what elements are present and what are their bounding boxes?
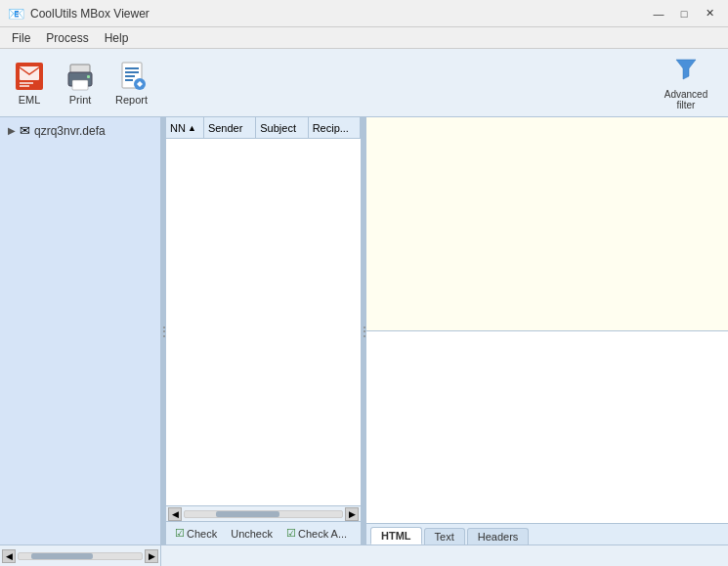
- preview-panel: HTML Text Headers: [366, 117, 728, 544]
- check-label: Check: [187, 528, 217, 540]
- scroll-track[interactable]: [184, 510, 343, 518]
- tree-expand-arrow: ▶: [8, 125, 16, 136]
- email-list-panel: NN ▲ Sender Subject Recip... ◀: [166, 117, 362, 544]
- main-row: ▶ ✉ qzrq3nvr.defa NN ▲ Sender Subject: [0, 117, 728, 544]
- file-tree-panel: ▶ ✉ qzrq3nvr.defa: [0, 117, 161, 544]
- check-all-button[interactable]: ☑ Check A...: [281, 525, 352, 542]
- h-scroll-thumb[interactable]: [31, 553, 93, 559]
- check-all-icon: ☑: [286, 527, 296, 540]
- app-icon: 📧: [8, 6, 24, 22]
- check-icon: ☑: [175, 527, 185, 540]
- svg-rect-10: [125, 71, 139, 73]
- file-tree: ▶ ✉ qzrq3nvr.defa: [0, 117, 160, 544]
- column-header-subject[interactable]: Subject: [256, 117, 308, 138]
- column-header-sender[interactable]: Sender: [204, 117, 256, 138]
- scroll-thumb[interactable]: [216, 511, 278, 517]
- maximize-button[interactable]: □: [673, 3, 695, 24]
- report-icon: [116, 61, 148, 92]
- svg-rect-2: [20, 82, 33, 84]
- preview-bottom-area: HTML Text Headers: [366, 331, 728, 544]
- uncheck-button[interactable]: Uncheck: [226, 526, 278, 542]
- svg-rect-3: [20, 85, 29, 87]
- check-button[interactable]: ☑ Check: [170, 525, 222, 542]
- h-scroll-right[interactable]: ▶: [145, 549, 158, 563]
- svg-rect-12: [125, 79, 133, 81]
- menu-bar: File Process Help: [0, 27, 728, 49]
- toolbar: EML Print: [0, 49, 728, 117]
- preview-top-area: [366, 117, 728, 331]
- column-header-nn[interactable]: NN ▲: [166, 117, 204, 138]
- col-subject-label: Subject: [260, 122, 296, 134]
- filter-icon: [672, 55, 700, 87]
- email-list-scrollbar[interactable]: ◀ ▶: [166, 505, 361, 521]
- tree-item-mbox[interactable]: ▶ ✉ qzrq3nvr.defa: [4, 121, 156, 140]
- tree-item-label: qzrq3nvr.defa: [34, 124, 106, 138]
- svg-rect-6: [72, 80, 88, 90]
- print-icon: [64, 61, 96, 92]
- check-all-label: Check A...: [298, 528, 347, 540]
- window-controls: — □ ✕: [648, 3, 720, 24]
- print-label: Print: [69, 94, 92, 106]
- column-header-recipient[interactable]: Recip...: [309, 117, 361, 138]
- email-list-body[interactable]: [166, 139, 361, 505]
- menu-help[interactable]: Help: [97, 29, 137, 47]
- title-bar: 📧 CoolUtils MBox Viewer — □ ✕: [0, 0, 728, 27]
- bottom-right-area: [161, 545, 728, 567]
- h-scroll-track[interactable]: [18, 552, 143, 560]
- report-button[interactable]: Report: [109, 57, 153, 109]
- svg-rect-7: [87, 75, 90, 78]
- filter-label: Advanced filter: [658, 89, 714, 110]
- report-label: Report: [115, 94, 148, 106]
- advanced-filter-button[interactable]: Advanced filter: [652, 51, 720, 114]
- col-recip-label: Recip...: [313, 122, 349, 134]
- minimize-button[interactable]: —: [648, 3, 669, 24]
- app-title: CoolUtils MBox Viewer: [30, 7, 150, 21]
- col-sender-label: Sender: [208, 122, 242, 134]
- svg-rect-11: [125, 75, 135, 77]
- menu-file[interactable]: File: [4, 29, 38, 47]
- bottom-row: ◀ ▶: [0, 544, 728, 566]
- uncheck-label: Uncheck: [231, 528, 273, 540]
- col-nn-label: NN: [170, 122, 186, 134]
- svg-rect-1: [20, 66, 39, 80]
- title-bar-left: 📧 CoolUtils MBox Viewer: [8, 6, 150, 22]
- scroll-left-arrow[interactable]: ◀: [168, 507, 182, 521]
- check-toolbar: ☑ Check Uncheck ☑ Check A...: [166, 521, 361, 544]
- main-container: ▶ ✉ qzrq3nvr.defa NN ▲ Sender Subject: [0, 117, 728, 566]
- tab-text[interactable]: Text: [424, 528, 465, 544]
- eml-icon: [14, 61, 45, 92]
- print-button[interactable]: Print: [59, 57, 102, 109]
- scroll-right-arrow[interactable]: ▶: [345, 507, 359, 521]
- eml-label: EML: [19, 94, 41, 106]
- sort-arrow: ▲: [188, 123, 196, 133]
- tab-headers[interactable]: Headers: [467, 528, 530, 544]
- eml-button[interactable]: EML: [8, 57, 51, 109]
- email-list-header: NN ▲ Sender Subject Recip...: [166, 117, 361, 139]
- preview-content: [366, 331, 728, 523]
- file-icon: ✉: [20, 123, 30, 138]
- close-button[interactable]: ✕: [699, 3, 720, 24]
- svg-rect-9: [125, 67, 139, 69]
- menu-process[interactable]: Process: [38, 29, 96, 47]
- toolbar-left: EML Print: [8, 57, 153, 109]
- h-scroll-left[interactable]: ◀: [2, 549, 16, 563]
- tab-html[interactable]: HTML: [370, 527, 422, 544]
- preview-tabs: HTML Text Headers: [366, 523, 728, 544]
- left-bottom-scrollbar[interactable]: ◀ ▶: [0, 545, 161, 567]
